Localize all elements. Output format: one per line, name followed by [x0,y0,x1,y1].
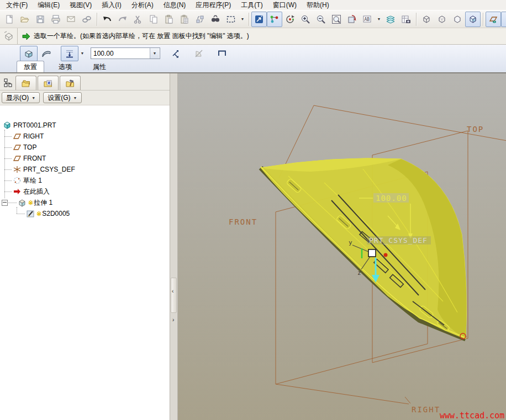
hidden-line-icon [437,14,447,24]
new-file-button[interactable] [2,12,17,27]
flip-direction-button[interactable] [167,46,185,61]
show-button[interactable]: 显示(O)▼ [2,92,40,103]
saved-views-dropdown[interactable]: ▼ [375,12,383,27]
menu-file[interactable]: 文件(F) [1,0,33,10]
graphics-canvas[interactable]: 100.00 PRT_CSYS_DEF y z [178,73,506,420]
right-plane-label[interactable]: RIGHT [412,405,440,414]
depth-option-button[interactable] [61,46,78,61]
tree-item-part[interactable]: PRT0001.PRT [0,120,170,131]
open-file-button[interactable] [17,12,33,27]
menu-applications[interactable]: 应用程序(P) [191,0,236,10]
expand-right-icon[interactable]: › [172,317,174,323]
hidden-line-button[interactable] [434,12,450,27]
select-box-dropdown[interactable]: ▼ [239,12,246,27]
zoom-in-button[interactable] [298,12,313,27]
model-tree-panel: 显示(O)▼ 设置(G)▼ PRT0001.PRT RIGHT TOP [0,73,170,420]
depth-value-dropdown[interactable]: ▼ [150,48,159,59]
find-button[interactable] [208,12,223,27]
print-button[interactable] [48,12,64,27]
cut-button[interactable] [130,12,146,27]
zoom-fit-icon [331,14,341,24]
menu-window[interactable]: 窗口(W) [268,0,302,10]
shaded-icon [468,14,478,24]
tab-options[interactable]: 选项 [52,61,78,72]
view-manager-button[interactable] [398,12,414,27]
layers-button[interactable] [383,12,398,27]
tree-item-csys[interactable]: PRT_CSYS_DEF [0,164,170,175]
favorites-tab[interactable] [38,76,59,90]
paste-special-icon [180,14,189,24]
zoom-fit-button[interactable] [329,12,344,27]
front-plane-label[interactable]: FRONT [229,217,257,226]
tab-placement[interactable]: 放置 [17,61,44,72]
menu-help[interactable]: 帮助(H) [302,0,334,10]
datum-plane-display-button[interactable] [486,12,501,27]
tree-item-datum-top[interactable]: TOP [0,142,170,153]
shaded-button[interactable] [465,12,481,27]
save-button[interactable] [33,12,48,27]
menu-analysis[interactable]: 分析(A) [126,0,159,10]
settings-button[interactable]: 设置(G)▼ [43,92,81,103]
collapse-icon[interactable] [2,200,8,206]
dimension-value[interactable]: 100.00 [376,194,407,203]
panel-splitter[interactable]: ‹ › [170,73,178,420]
paste-icon [164,14,174,24]
redo-button[interactable] [115,12,130,27]
remove-material-button[interactable] [190,46,208,61]
solid-button[interactable] [20,46,38,61]
tree-item-label: 拉伸 1 [34,198,52,208]
tree-item-datum-right[interactable]: RIGHT [0,131,170,142]
no-hidden-icon [452,14,462,24]
drag-handle[interactable] [368,249,376,257]
folder-browser-tab[interactable] [15,76,36,90]
zoom-out-button[interactable] [313,12,329,27]
csys-icon [13,165,22,174]
reorient-icon [347,14,357,24]
menu-insert[interactable]: 插入(I) [97,0,126,10]
menu-tools[interactable]: 工具(T) [236,0,267,10]
wireframe-button[interactable] [419,12,434,27]
hyperlink-button[interactable] [79,12,94,27]
depth-value-input[interactable] [91,48,150,59]
zoom-out-icon [316,14,326,24]
reorient-button[interactable] [344,12,360,27]
insert-here-icon [13,187,22,196]
saved-views-button[interactable]: AB [360,12,375,27]
depth-option-dropdown[interactable]: ▼ [78,46,86,61]
connections-tab[interactable] [60,76,81,90]
select-box-button[interactable] [223,12,239,27]
tree-item-label: 草绘 1 [23,176,42,185]
menu-view[interactable]: 视图(V) [65,0,97,10]
thicken-sketch-button[interactable] [213,46,231,61]
datum-plane-icon [13,154,22,163]
tree-item-insert-here[interactable]: 在此插入 [0,186,170,197]
datum-axis-display-button[interactable] [501,12,506,27]
top-plane-label[interactable]: TOP [467,125,484,134]
flip-direction-icon [171,49,181,59]
status-message: 选取一个草绘。(如果首选内部草绘，可在 放置 面板中找到 "编辑" 选项。) [34,31,249,41]
toolbar-separator [249,13,249,26]
tree-item-sketch-feature[interactable]: ※ S2D0005 [0,208,170,219]
undo-button[interactable] [99,12,115,27]
modified-marker: ※ [28,199,33,206]
email-button[interactable] [64,12,79,27]
paste-button[interactable] [161,12,177,27]
splitter-handle[interactable] [171,278,177,313]
tree-item-datum-front[interactable]: FRONT [0,153,170,164]
menu-edit[interactable]: 编辑(E) [33,0,65,10]
spin-center-button[interactable] [282,12,298,27]
surface-button[interactable] [38,46,55,61]
model-tree-tab[interactable] [1,76,15,90]
tab-properties[interactable]: 属性 [86,61,113,72]
datum-points-button[interactable] [267,12,282,27]
regenerate-button[interactable] [192,12,208,27]
paste-special-button[interactable] [177,12,192,27]
tree-item-extrude[interactable]: ※ 拉伸 1 [0,197,170,208]
copy-button[interactable] [146,12,161,27]
tree-item-sketch[interactable]: 草绘 1 [0,175,170,186]
menu-info[interactable]: 信息(N) [159,0,191,10]
collapse-left-icon[interactable]: ‹ [172,289,173,294]
no-hidden-button[interactable] [450,12,465,27]
tree-item-label: S2D0005 [42,210,70,217]
smart-select-button[interactable] [251,12,267,27]
